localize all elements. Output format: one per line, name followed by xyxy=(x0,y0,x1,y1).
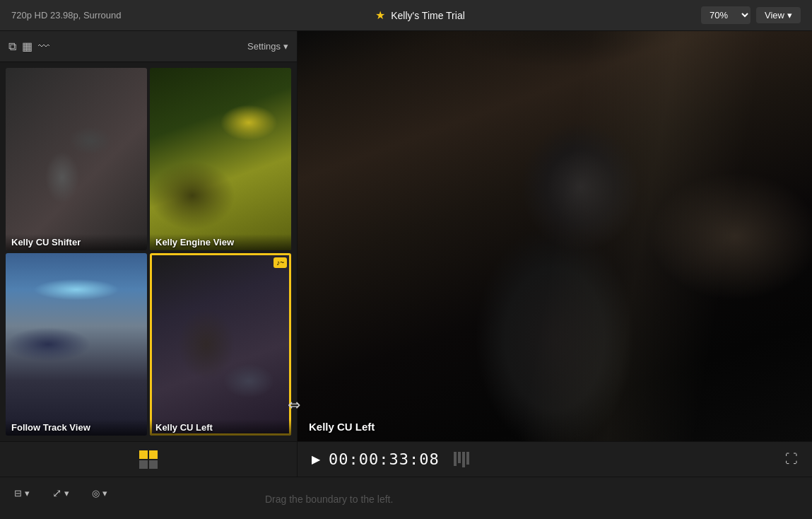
clip-appearance-button[interactable]: ⊟ ▾ xyxy=(8,485,35,501)
drag-cursor-icon: ⇔ xyxy=(288,396,300,414)
clip-item[interactable]: Follow Track View xyxy=(6,253,147,436)
grid-cell-1 xyxy=(139,450,148,459)
top-bar-right: 70% 50% 100% View ▾ xyxy=(673,6,801,24)
clip-label: Kelly CU Left xyxy=(150,419,291,436)
settings-button[interactable]: Settings ▾ xyxy=(247,41,288,52)
preview-area: Kelly CU Left xyxy=(298,31,812,441)
filmstrip-icon[interactable]: ⧉ xyxy=(8,40,16,53)
grid-view-icon[interactable]: ▦ xyxy=(22,40,33,53)
project-title: Kelly's Time Trial xyxy=(391,10,465,21)
grid-layout-button[interactable] xyxy=(136,448,160,472)
bottom-toolbar: ⊟ ▾ ⤢ ▾ ◎ ▾ xyxy=(0,477,812,508)
right-timeline-section: ▶ 00:00:33:08 ⛶ xyxy=(298,450,812,468)
grid-cell-3 xyxy=(139,460,148,469)
left-timeline-section xyxy=(0,442,298,477)
preview-content xyxy=(298,31,812,441)
timecode-display: 00:00:33:08 xyxy=(329,450,440,468)
tooltip-area: Drag the boundary to the left. xyxy=(265,494,393,505)
left-panel: ⧉ ▦ 〰 Settings ▾ Kelly CU Shifter Kelly … xyxy=(0,31,298,441)
clip-item-selected[interactable]: ♪~ Kelly CU Left xyxy=(150,253,291,436)
grid-cell-4 xyxy=(149,460,158,469)
grid-cell-2 xyxy=(149,450,158,459)
settings-chevron-icon: ▾ xyxy=(283,41,288,52)
bar-1 xyxy=(454,452,457,466)
clip-label: Follow Track View xyxy=(6,419,147,436)
clip-grid: Kelly CU Shifter Kelly Engine View Follo… xyxy=(0,62,297,441)
bar-3 xyxy=(462,452,465,467)
clip-appearance-chevron: ▾ xyxy=(25,488,30,498)
bottom-area: ▶ 00:00:33:08 ⛶ ⊟ ▾ ⤢ ▾ ◎ ▾ xyxy=(0,441,812,519)
main-area: ⧉ ▦ 〰 Settings ▾ Kelly CU Shifter Kelly … xyxy=(0,31,812,441)
star-icon: ★ xyxy=(375,8,385,22)
format-label: 720p HD 23.98p, Surround xyxy=(11,10,121,21)
view-button[interactable]: View ▾ xyxy=(756,7,801,23)
clip-label: Kelly CU Shifter xyxy=(6,234,147,250)
bar-2 xyxy=(458,452,461,463)
clip-audio-badge: ♪~ xyxy=(273,257,287,268)
chevron-down-icon: ▾ xyxy=(787,10,792,21)
snapping-icon: ⤢ xyxy=(52,486,61,500)
speed-chevron: ▾ xyxy=(102,488,107,498)
timecode-bars xyxy=(454,452,469,467)
speed-button[interactable]: ◎ ▾ xyxy=(86,485,113,501)
bar-4 xyxy=(466,452,469,465)
clip-item[interactable]: Kelly CU Shifter xyxy=(6,68,147,250)
format-info: 720p HD 23.98p, Surround xyxy=(11,10,167,21)
zoom-select[interactable]: 70% 50% 100% xyxy=(701,6,751,24)
clip-appearance-icon: ⊟ xyxy=(14,488,22,498)
preview-label: Kelly CU Left xyxy=(309,421,375,433)
left-toolbar: ⧉ ▦ 〰 Settings ▾ xyxy=(0,31,297,62)
waveform-icon[interactable]: 〰 xyxy=(38,40,49,53)
timeline-controls: ▶ 00:00:33:08 ⛶ xyxy=(0,442,812,477)
clip-item[interactable]: Kelly Engine View xyxy=(150,68,291,250)
snapping-button[interactable]: ⤢ ▾ xyxy=(47,484,75,503)
clip-label: Kelly Engine View xyxy=(150,234,291,250)
tooltip-text: Drag the boundary to the left. xyxy=(265,494,393,505)
top-bar: 720p HD 23.98p, Surround ★ Kelly's Time … xyxy=(0,0,812,31)
expand-button[interactable]: ⛶ xyxy=(785,452,798,467)
play-button[interactable]: ▶ xyxy=(312,453,320,466)
project-info: ★ Kelly's Time Trial xyxy=(167,8,673,22)
snapping-chevron: ▾ xyxy=(64,488,69,498)
speed-icon: ◎ xyxy=(92,488,100,498)
right-panel: Kelly CU Left xyxy=(298,31,812,441)
